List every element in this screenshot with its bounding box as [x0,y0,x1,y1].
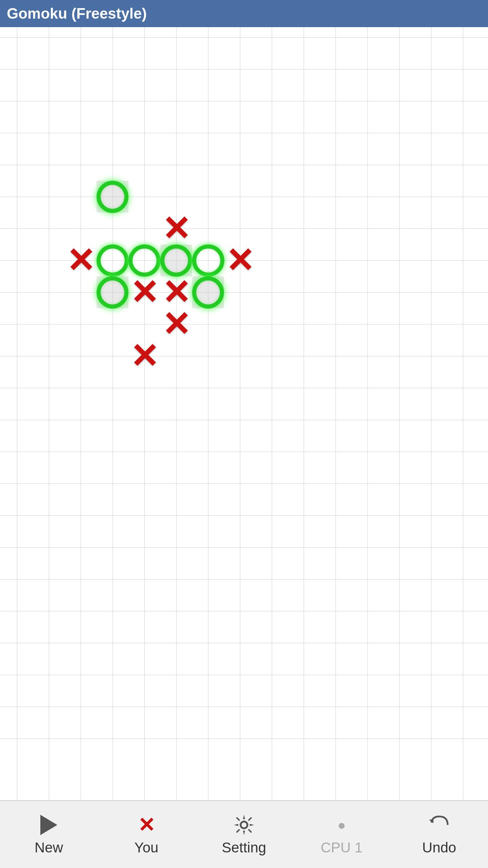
undo-button[interactable]: Undo [392,804,487,865]
cpu-icon: ● [330,813,353,837]
setting-button[interactable]: Setting [197,804,291,865]
app-title: Gomoku (Freestyle) [7,5,147,22]
you-icon: ✕ [135,813,158,837]
title-bar: Gomoku (Freestyle) [0,0,488,27]
setting-label: Setting [222,840,266,856]
new-icon [37,813,61,837]
you-label: You [135,840,159,856]
undo-label: Undo [422,840,456,856]
new-label: New [35,840,63,856]
setting-icon [232,813,256,837]
svg-marker-0 [40,815,57,835]
new-button[interactable]: New [1,804,96,865]
game-board[interactable]: ✕✕✕✕✕✕✕ [0,27,488,827]
svg-point-2 [241,822,247,828]
cpu-label: CPU 1 [321,840,363,856]
grid-lines [0,27,488,827]
bottom-bar: New ✕ You Setting ● C [0,800,488,868]
cpu-button[interactable]: ● CPU 1 [294,804,389,865]
you-button[interactable]: ✕ You [99,804,194,865]
svg-marker-3 [429,819,433,823]
undo-icon [427,813,451,837]
